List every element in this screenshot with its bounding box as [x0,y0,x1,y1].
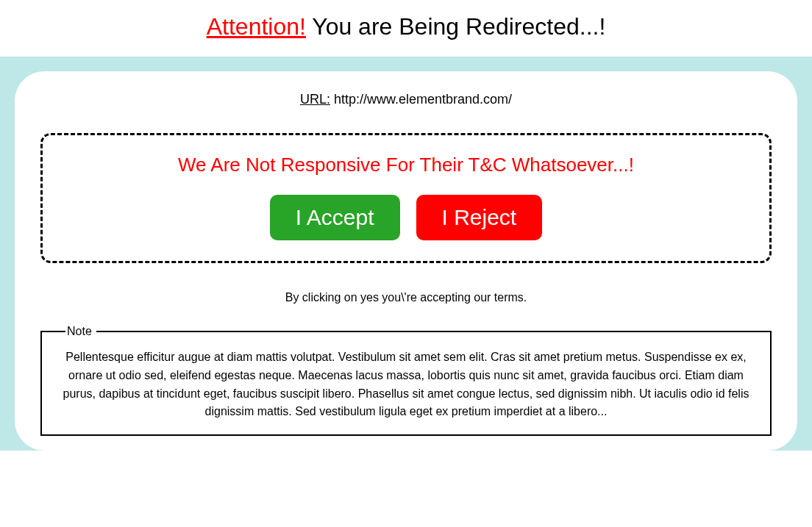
attention-word: Attention! [207,13,306,40]
main-card: URL: http://www.elementbrand.com/ We Are… [15,71,797,451]
page-title: Attention! You are Being Redirected...! [0,0,812,57]
button-row: I Accept I Reject [57,195,755,240]
disclaimer-text: We Are Not Responsive For Their T&C What… [57,154,755,176]
terms-acceptance-note: By clicking on yes you\'re accepting our… [40,291,772,304]
note-fieldset: Note Pellentesque efficitur augue at dia… [40,325,772,436]
consent-box: We Are Not Responsive For Their T&C What… [40,133,772,263]
accept-button[interactable]: I Accept [270,195,400,240]
outer-background: URL: http://www.elementbrand.com/ We Are… [0,57,812,451]
title-rest: You are Being Redirected...! [306,13,605,40]
url-line: URL: http://www.elementbrand.com/ [40,92,772,107]
url-value: http://www.elementbrand.com/ [330,92,512,107]
note-body: Pellentesque efficitur augue at diam mat… [63,348,749,421]
url-label: URL: [300,92,330,107]
reject-button[interactable]: I Reject [416,195,543,240]
note-legend: Note [65,325,96,338]
